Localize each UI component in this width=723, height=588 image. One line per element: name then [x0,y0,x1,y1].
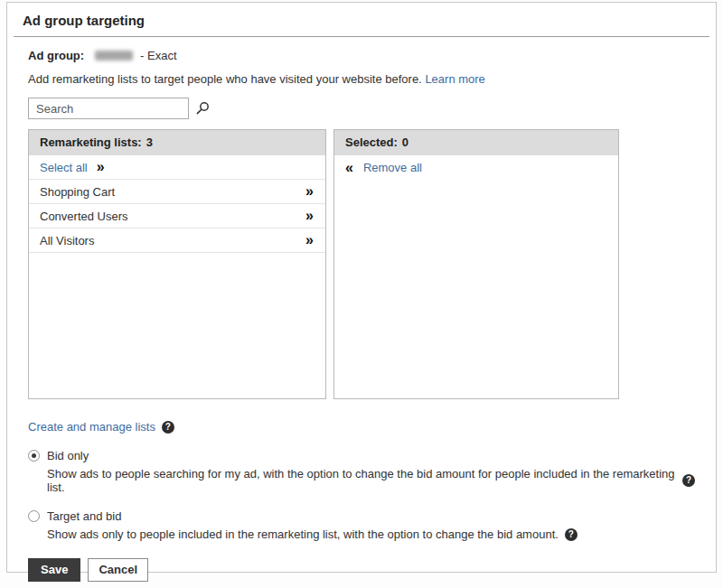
help-icon[interactable]: ? [565,528,577,541]
bid-only-description: Show ads to people searching for my ad, … [47,467,676,494]
remove-all-link[interactable]: Remove all [363,161,422,174]
ad-group-label: Ad group: [28,49,84,62]
add-chevron-icon[interactable]: » [305,209,314,223]
save-button[interactable]: Save [28,558,80,582]
add-chevron-icon[interactable]: » [305,184,314,199]
remarketing-lists-panel: Remarketing lists:3 Select all » Shoppin… [28,129,326,399]
list-item[interactable]: Shopping Cart » [29,180,325,204]
search-input[interactable] [29,102,195,116]
add-all-chevron-icon[interactable]: » [97,160,105,174]
selected-header: Selected:0 [334,130,618,155]
help-icon[interactable]: ? [162,421,174,434]
learn-more-link[interactable]: Learn more [425,72,484,86]
intro-text: Add remarketing lists to target people w… [28,72,422,86]
target-and-bid-option: Target and bid Show ads only to people i… [28,509,695,541]
selected-panel: Selected:0 « Remove all [333,129,619,399]
ad-group-targeting-dialog: Ad group targeting Ad group: - Exact Add… [6,2,717,573]
ad-group-match-type: - Exact [140,49,176,62]
help-icon[interactable]: ? [682,474,695,487]
target-and-bid-radio-row[interactable]: Target and bid [28,509,695,523]
remarketing-lists-header: Remarketing lists:3 [29,130,325,155]
remove-all-chevron-icon[interactable]: « [345,161,353,175]
remove-all-row[interactable]: « Remove all [334,155,618,180]
select-all-link[interactable]: Select all [40,161,88,174]
create-manage-lists-link[interactable]: Create and manage lists [28,420,155,434]
list-item-name: Shopping Cart [40,185,305,199]
target-and-bid-description-row: Show ads only to people included in the … [47,527,695,541]
add-chevron-icon[interactable]: » [305,233,314,247]
dual-listbox: Remarketing lists:3 Select all » Shoppin… [28,129,695,399]
action-buttons: Save Cancel [28,558,695,582]
search-box [28,98,189,119]
bid-only-label: Bid only [47,449,89,462]
select-all-row[interactable]: Select all » [29,155,325,180]
remarketing-lists-count: 3 [146,135,153,149]
intro-row: Add remarketing lists to target people w… [28,72,695,86]
ad-group-row: Ad group: - Exact [28,49,695,62]
list-item-name: Converted Users [40,210,305,223]
target-and-bid-description: Show ads only to people included in the … [47,527,559,541]
bid-only-radio[interactable] [28,450,40,462]
bid-only-description-row: Show ads to people searching for my ad, … [47,467,695,494]
dialog-content: Ad group: - Exact Add remarketing lists … [7,37,716,582]
cancel-button[interactable]: Cancel [88,558,148,582]
selected-header-label: Selected: [345,135,398,149]
search-icon[interactable] [195,98,210,118]
list-item[interactable]: All Visitors » [29,229,325,253]
ad-group-name-redacted [95,51,133,61]
list-item-name: All Visitors [40,234,305,247]
list-item[interactable]: Converted Users » [29,204,325,229]
bid-only-radio-row[interactable]: Bid only [28,449,695,462]
selected-count: 0 [402,135,408,149]
bid-only-option: Bid only Show ads to people searching fo… [28,449,695,494]
target-and-bid-radio[interactable] [28,510,40,522]
remarketing-lists-header-label: Remarketing lists: [40,135,142,149]
target-and-bid-label: Target and bid [47,509,121,523]
page-title: Ad group targeting [7,3,716,36]
manage-lists-row: Create and manage lists ? [28,420,695,434]
